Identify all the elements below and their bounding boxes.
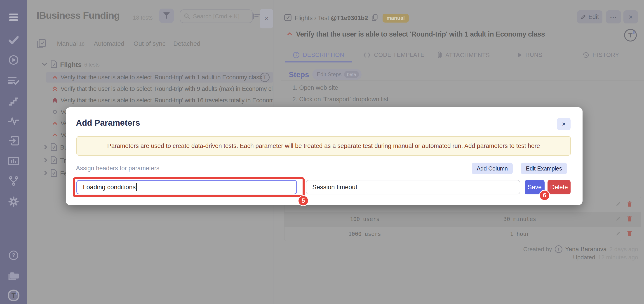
brand-tick — [16, 292, 17, 295]
steps-divider — [281, 80, 644, 81]
delete-row-icon[interactable] — [627, 216, 632, 223]
parameter-row: 100 users 30 minutes — [284, 212, 641, 227]
created-label: Created by — [523, 246, 552, 253]
add-column-button[interactable]: Add Column — [472, 162, 513, 174]
svg-text:?: ? — [12, 252, 15, 258]
created-by-line: Created by T Yana Baranova 2 days ago — [523, 245, 638, 253]
app-root: ? T IBusiness Funding 18 tests Search [C… — [0, 0, 644, 304]
priority-high-icon — [52, 122, 58, 125]
parameters-info-banner: Parameters are used to create data-drive… — [76, 136, 571, 155]
updated-label: Updated — [573, 254, 595, 261]
tab-automated[interactable]: Automated — [94, 40, 124, 47]
tab-runs[interactable]: RUNS — [517, 51, 542, 58]
tab-attachments[interactable]: ATTACHMENTS — [437, 51, 490, 59]
breadcrumb-test-label: Test — [318, 15, 329, 21]
delete-row-icon[interactable] — [627, 201, 632, 208]
pulse-icon[interactable] — [0, 115, 27, 127]
priority-high-icon — [52, 133, 58, 137]
suite-count: 6 tests — [84, 62, 100, 68]
chevron-right-icon[interactable] — [44, 145, 47, 151]
tests-count: 18 tests — [133, 14, 153, 21]
suite-row[interactable]: Bu — [44, 142, 68, 153]
annotation-step-badge-6: 6 — [539, 190, 550, 201]
play-circle-icon[interactable] — [0, 54, 27, 66]
steps-heading: Steps — [289, 70, 309, 79]
sidebar: ? T — [0, 0, 27, 304]
edit-row-icon[interactable] — [616, 231, 621, 237]
test-row[interactable]: Ve — [46, 107, 68, 117]
priority-high-icon — [287, 32, 292, 36]
stairs-icon[interactable] — [0, 95, 27, 107]
search-placeholder: Search [Cmd + K] — [193, 13, 240, 20]
chevron-right-icon[interactable] — [44, 170, 47, 176]
test-logo-badge: T — [260, 73, 270, 82]
suite-row[interactable]: Tr — [44, 155, 66, 166]
edit-steps-button[interactable]: Edit Steps beta — [312, 69, 362, 80]
more-button[interactable]: ⋯ — [606, 10, 621, 23]
project-title: IBusiness Funding — [36, 10, 120, 21]
settings-gear-icon[interactable] — [0, 196, 27, 207]
suite-name: Flights — [60, 61, 82, 69]
tab-history[interactable]: HISTORY — [582, 51, 619, 58]
tab-manual[interactable]: Manual18 — [57, 40, 84, 47]
test-title: Verify that the user is able to select '… — [60, 74, 262, 81]
tests-check-icon[interactable] — [0, 34, 27, 46]
suite-file-icon — [50, 143, 57, 152]
step-item: 1. Open web site — [292, 84, 338, 91]
parameter-header-input-2[interactable]: Session timeout — [306, 180, 520, 194]
info-icon — [293, 52, 300, 58]
tab-out-of-sync[interactable]: Out of sync — [134, 40, 166, 47]
test-row[interactable]: Verify that the user is able to select '… — [46, 95, 273, 106]
edit-button[interactable]: Edit — [577, 10, 602, 23]
priority-normal-icon — [52, 110, 58, 114]
tab-code-template[interactable]: CODE TEMPLATE — [363, 51, 424, 58]
clear-search-label: × — [264, 15, 268, 22]
created-ago: 2 days ago — [610, 246, 638, 253]
search-input[interactable]: Search [Cmd + K] — [180, 9, 253, 23]
close-panel-button[interactable]: × — [624, 10, 638, 23]
run-checklist-icon[interactable] — [0, 75, 27, 87]
suite-file-icon — [50, 60, 57, 69]
annotation-highlight-rect — [73, 177, 304, 197]
test-type-tabs: Manual18 Automated Out of sync Detached — [27, 39, 273, 50]
brand-logo[interactable]: T — [0, 290, 27, 301]
manual-badge: manual — [382, 14, 409, 22]
breadcrumb-folder[interactable]: Flights — [295, 15, 313, 21]
test-row[interactable]: Verify that the user is able to select '… — [46, 84, 272, 94]
tab-detached[interactable]: Detached — [173, 40, 200, 47]
modal-close-button[interactable]: × — [557, 118, 570, 130]
close-icon: × — [562, 120, 566, 128]
suite-file-icon — [50, 156, 57, 165]
priority-critical-icon — [52, 97, 58, 103]
suite-row-flights[interactable]: Flights 6 tests — [42, 60, 100, 70]
pencil-icon — [581, 14, 586, 20]
delete-row-icon[interactable] — [627, 231, 632, 237]
copy-icon[interactable] — [372, 14, 378, 22]
test-title-row: Verify that the user is able to select '… — [287, 30, 545, 38]
tab-description[interactable]: DESCRIPTION — [293, 51, 344, 58]
breadcrumb-separator: › — [314, 15, 316, 21]
help-icon[interactable]: ? — [0, 249, 27, 261]
filter-button[interactable] — [159, 8, 174, 23]
filter-lines-icon[interactable] — [253, 13, 260, 21]
author-name[interactable]: Yana Baranova — [565, 246, 607, 253]
branch-icon[interactable] — [0, 175, 27, 187]
edit-row-icon[interactable] — [616, 201, 621, 208]
author-avatar: T — [555, 245, 562, 253]
suite-row[interactable]: Fe — [44, 168, 68, 179]
projects-folder-icon[interactable] — [0, 270, 27, 282]
edit-row-icon[interactable] — [616, 216, 621, 223]
import-icon[interactable] — [0, 135, 27, 147]
analytics-icon[interactable] — [0, 155, 27, 167]
test-title: Verify that the user is able to select '… — [60, 85, 272, 92]
menu-icon[interactable] — [0, 11, 27, 23]
delete-button[interactable]: Delete — [548, 180, 570, 194]
edit-examples-button[interactable]: Edit Examples — [521, 162, 567, 174]
chevron-down-icon[interactable] — [42, 63, 47, 67]
test-logo-badge: T — [624, 29, 637, 41]
funnel-icon — [163, 12, 170, 19]
clear-search-button[interactable]: × — [260, 9, 273, 28]
test-detail-title: Verify that the user is able to select '… — [296, 30, 545, 38]
chevron-right-icon[interactable] — [44, 158, 47, 163]
test-row-selected[interactable]: Verify that the user is able to select '… — [46, 72, 273, 83]
